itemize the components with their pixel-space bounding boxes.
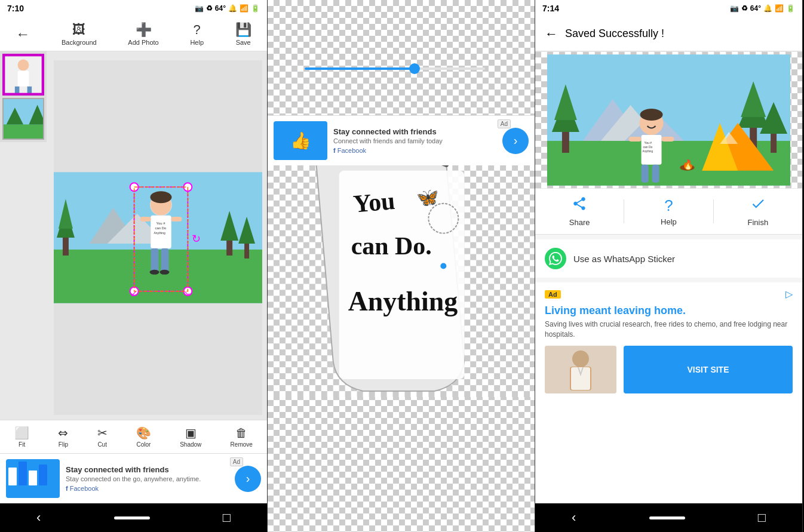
whatsapp-sticker-row[interactable]: Use as WhatsApp Sticker [535, 239, 802, 278]
cut-button[interactable]: ✂ Cut [97, 426, 108, 448]
ad-badge-2: Ad [498, 119, 511, 128]
time-1: 7:10 [7, 4, 24, 13]
fit-icon: ⬜ [14, 426, 29, 440]
finish-label: Finish [747, 218, 768, 227]
status-icons-3: 📷 ♻ 64° 🔔 📶 🔋 [730, 4, 795, 13]
whatsapp-label: Use as WhatsApp Sticker [573, 254, 675, 264]
ad-report-icon[interactable]: ▷ [785, 288, 793, 300]
ad-text-1: Stay connected with friends Stay connect… [66, 465, 229, 492]
remove-label: Remove [231, 441, 253, 448]
help-button-1[interactable]: ? Help [190, 22, 204, 46]
toolbar-1: ← 🖼 Background ➕ Add Photo ? Help 💾 Save [0, 17, 267, 51]
flip-button[interactable]: ⇔ Flip [58, 426, 68, 448]
add-photo-icon: ➕ [136, 22, 152, 38]
svg-point-80 [640, 109, 663, 121]
ad-next-button-1[interactable]: › [235, 466, 261, 492]
remove-button[interactable]: 🗑 Remove [231, 426, 253, 448]
shadow-button[interactable]: ▣ Shadow [180, 426, 201, 448]
thumbnail-sidebar [0, 51, 47, 142]
svg-text:can Do.: can Do. [351, 232, 432, 260]
svg-rect-86 [662, 137, 674, 142]
nav-home-1[interactable] [114, 516, 150, 519]
ad-tag-3: Ad [545, 290, 561, 299]
background-icon: 🖼 [72, 22, 85, 38]
ad-title-2: Stay connected with friends [333, 127, 496, 136]
save-label: Save [236, 39, 251, 46]
screen-1: 7:10 📷 ♻ 64° 🔔 📶 🔋 ← 🖼 Background ➕ Add … [0, 0, 268, 532]
eraser-canvas[interactable]: You 🦋 can Do. Anything [268, 0, 535, 532]
help-icon-3: ? [664, 196, 673, 215]
back-button-1[interactable]: ← [16, 26, 30, 42]
nav-recents-3[interactable]: □ [758, 510, 766, 525]
back-icon-1: ← [16, 26, 30, 42]
save-icon: 💾 [235, 22, 251, 38]
size-fill [305, 67, 413, 70]
ad-header-3: Ad ▷ [545, 288, 793, 300]
color-button[interactable]: 🎨 Color [136, 426, 151, 448]
svg-text:↻: ↻ [192, 233, 201, 245]
svg-rect-29 [171, 217, 182, 222]
nav-recents-1[interactable]: □ [223, 510, 231, 525]
svg-text:Anything: Anything [643, 150, 653, 153]
color-icon: 🎨 [136, 426, 151, 440]
svg-rect-28 [140, 217, 151, 222]
ad-next-button-2[interactable]: › [502, 128, 529, 154]
whatsapp-icon [545, 248, 566, 269]
size-thumb[interactable] [409, 63, 420, 74]
help-label-3: Help [661, 217, 677, 226]
ad-badge-1: Ad [230, 457, 243, 466]
size-track[interactable] [305, 67, 485, 70]
nav-bar-3: ‹ □ [535, 503, 802, 532]
bottom-toolbar-1: ⬜ Fit ⇔ Flip ✂ Cut 🎨 Color ▣ Shadow 🗑 Re [0, 420, 267, 453]
saved-back-button[interactable]: ← [545, 26, 558, 42]
status-bar-1: 7:10 📷 ♻ 64° 🔔 📶 🔋 [0, 0, 267, 17]
svg-text:can Do: can Do [155, 226, 167, 230]
svg-text:↙: ↙ [130, 288, 137, 298]
main-canvas-area[interactable]: You # can Do Anything [54, 60, 262, 415]
time-3: 7:14 [542, 4, 559, 13]
svg-rect-31 [161, 248, 168, 272]
ad-banner-2: Ad 👍 Stay connected with friends Connect… [268, 115, 535, 165]
svg-point-23 [151, 191, 172, 203]
ad-content-row-3: VISIT SITE [545, 346, 793, 393]
finish-button[interactable]: Finish [714, 196, 802, 227]
help-button-3[interactable]: ? Help [624, 196, 713, 226]
save-button[interactable]: 💾 Save [235, 22, 251, 46]
color-label: Color [136, 441, 151, 448]
svg-rect-85 [629, 137, 642, 142]
share-label: Share [569, 218, 590, 227]
status-bar-3: 7:14 📷 ♻ 64° 🔔 📶 🔋 [535, 0, 802, 17]
nav-back-3[interactable]: ‹ [572, 510, 576, 525]
svg-point-32 [150, 270, 159, 275]
nav-back-1[interactable]: ‹ [36, 510, 41, 525]
nav-bar-1: ‹ □ [0, 503, 267, 532]
flip-icon: ⇔ [58, 426, 68, 440]
flip-label: Flip [59, 441, 68, 448]
saved-canvas: 🔥 You # can Do Anything [535, 51, 802, 189]
screen-2: 7:12 📷 ♻ 64° 🔔 📶 🔋 ← Eraser Cursor Offse… [268, 0, 535, 532]
background-button[interactable]: 🖼 Background [62, 22, 97, 46]
share-button[interactable]: Share [535, 196, 624, 227]
fit-label: Fit [19, 441, 25, 448]
help-icon-1: ? [194, 22, 201, 38]
ad-person-image [545, 346, 616, 393]
ad-desc-2: Connect with friends and family today [333, 137, 496, 144]
visit-site-button[interactable]: VISIT SITE [624, 346, 793, 393]
svg-text:You #: You # [645, 141, 652, 144]
thumbnail-2[interactable] [2, 98, 44, 140]
ad-text-2: Stay connected with friends Connect with… [333, 127, 496, 154]
add-photo-button[interactable]: ➕ Add Photo [128, 22, 158, 46]
svg-rect-88 [652, 165, 659, 183]
fit-button[interactable]: ⬜ Fit [14, 426, 29, 448]
ad-source-2: f Facebook [333, 147, 496, 154]
remove-icon: 🗑 [235, 426, 247, 440]
background-label: Background [62, 39, 97, 46]
nav-home-3[interactable] [649, 516, 685, 519]
ad-body-3: Saving lives with crucial research, free… [545, 319, 793, 340]
svg-rect-7 [4, 124, 43, 139]
ad-headline-3: Living meant leaving home. [545, 305, 793, 317]
svg-point-55 [440, 263, 446, 269]
thumbnail-1[interactable] [2, 54, 44, 96]
ad-banner-1: Ad Stay connected with friends Stay conn… [0, 453, 267, 503]
finish-icon [750, 196, 766, 216]
